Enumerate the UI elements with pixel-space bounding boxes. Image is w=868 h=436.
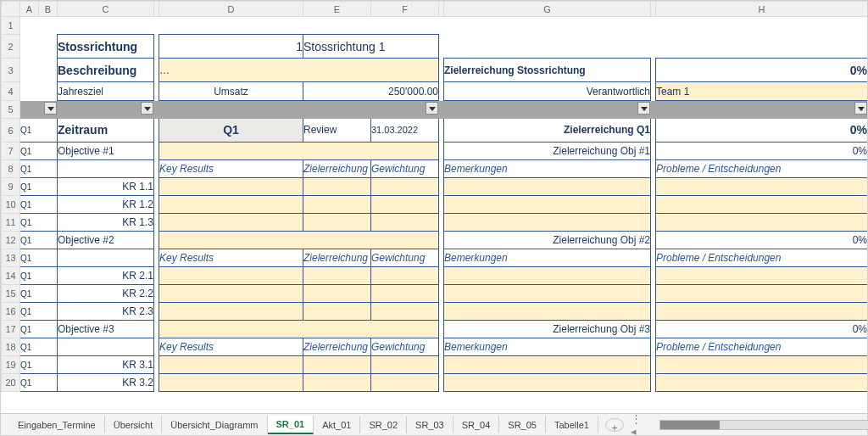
row-16[interactable]: 16 — [2, 303, 20, 321]
col-C[interactable]: C — [58, 2, 154, 17]
row-9[interactable]: 9 — [2, 178, 20, 196]
q-col[interactable]: Q1 — [20, 178, 58, 196]
scrollbar-thumb[interactable] — [660, 421, 720, 429]
q-col[interactable]: Q1 — [20, 196, 58, 214]
kr-input[interactable] — [444, 214, 651, 232]
kr-input[interactable] — [444, 374, 651, 392]
kr-input[interactable] — [371, 178, 439, 196]
stossrichtung-name[interactable]: Stossrichtung 1 — [303, 35, 439, 59]
row-11[interactable]: 11 — [2, 214, 20, 232]
kr-input[interactable] — [303, 196, 371, 214]
kr-input[interactable] — [371, 356, 439, 374]
q-col[interactable]: Q1 — [20, 143, 58, 160]
tab-akt01[interactable]: Akt_01 — [314, 416, 360, 433]
q-col[interactable]: Q1 — [20, 285, 58, 303]
kr-label[interactable]: KR 1.3 — [58, 214, 154, 232]
horizontal-scrollbar[interactable] — [659, 420, 868, 430]
objective-title[interactable]: Objective #2 — [58, 232, 154, 249]
row-14[interactable]: 14 — [2, 267, 20, 285]
kr-input[interactable] — [159, 303, 303, 321]
kr-input[interactable] — [444, 356, 651, 374]
col-F[interactable]: F — [371, 2, 439, 17]
objective-ziel-val[interactable]: 0% — [656, 321, 868, 338]
kr-input[interactable] — [444, 285, 651, 303]
tab-eingaben[interactable]: Eingaben_Termine — [9, 416, 105, 433]
objective-input[interactable] — [159, 232, 439, 249]
kr-label[interactable]: KR 2.2 — [58, 285, 154, 303]
row-3[interactable]: 3 — [2, 59, 20, 82]
zeitraum-label[interactable]: Zeitraum — [58, 119, 154, 143]
objective-ziel-val[interactable]: 0% — [656, 232, 868, 249]
umsatz-label[interactable]: Umsatz — [159, 82, 303, 101]
tab-sr01[interactable]: SR_01 — [268, 416, 314, 434]
kr-input[interactable] — [656, 303, 868, 321]
kr-input[interactable] — [371, 267, 439, 285]
kr-label[interactable]: KR 1.2 — [58, 196, 154, 214]
col-B[interactable]: B — [39, 2, 58, 17]
objective-title[interactable]: Objective #3 — [58, 321, 154, 338]
row-6[interactable]: 6 — [2, 119, 20, 143]
row-8[interactable]: 8 — [2, 160, 20, 178]
q-col[interactable]: Q1 — [20, 249, 58, 267]
row-13[interactable]: 13 — [2, 249, 20, 267]
q-col[interactable]: Q1 — [20, 356, 58, 374]
col-A[interactable]: A — [20, 2, 39, 17]
review-label[interactable]: Review — [303, 119, 371, 143]
col-D[interactable]: D — [159, 2, 303, 17]
row-19[interactable]: 19 — [2, 356, 20, 374]
row-15[interactable]: 15 — [2, 285, 20, 303]
q-col[interactable]: Q1 — [20, 160, 58, 178]
kr-input[interactable] — [303, 214, 371, 232]
kr-input[interactable] — [303, 285, 371, 303]
row-4[interactable]: 4 — [2, 82, 20, 101]
kr-label[interactable]: KR 2.1 — [58, 267, 154, 285]
kr-input[interactable] — [656, 374, 868, 392]
q-col[interactable]: Q1 — [20, 303, 58, 321]
row-18[interactable]: 18 — [2, 338, 20, 356]
kr-input[interactable] — [159, 178, 303, 196]
tab-nav-dots-icon[interactable]: ⋮ ◂ — [631, 412, 654, 437]
kr-input[interactable] — [371, 214, 439, 232]
q-col[interactable]: Q1 — [20, 267, 58, 285]
filter-icon[interactable] — [141, 102, 153, 115]
review-date[interactable]: 31.03.2022 — [371, 119, 439, 143]
row-1[interactable]: 1 — [2, 17, 20, 35]
kr-input[interactable] — [371, 303, 439, 321]
filter-icon[interactable] — [44, 102, 57, 115]
kr-input[interactable] — [303, 356, 371, 374]
quarter-val[interactable]: Q1 — [159, 119, 303, 143]
blank-cell[interactable] — [58, 160, 154, 178]
q-col[interactable]: Q1 — [20, 321, 58, 338]
beschreibung-val[interactable]: … — [159, 59, 439, 82]
filter-icon[interactable] — [854, 102, 867, 115]
kr-input[interactable] — [444, 196, 651, 214]
grid-area[interactable]: A B C D E F G H 1 2 Stossrichtung — [1, 1, 867, 413]
kr-input[interactable] — [303, 267, 371, 285]
row-17[interactable]: 17 — [2, 321, 20, 338]
stossrichtung-num[interactable]: 1 — [159, 35, 303, 59]
kr-input[interactable] — [444, 178, 651, 196]
team-val[interactable]: Team 1 — [656, 82, 868, 101]
kr-input[interactable] — [371, 285, 439, 303]
ziel-sr-val[interactable]: 0% — [656, 59, 868, 82]
umsatz-val[interactable]: 250'000.00 — [303, 82, 439, 101]
kr-input[interactable] — [159, 196, 303, 214]
sheet-table[interactable]: A B C D E F G H 1 2 Stossrichtung — [1, 1, 867, 392]
kr-label[interactable]: KR 2.3 — [58, 303, 154, 321]
kr-input[interactable] — [159, 214, 303, 232]
kr-input[interactable] — [371, 196, 439, 214]
objective-ziel-label[interactable]: Zielerreichung Obj #3 — [444, 321, 651, 338]
kr-label[interactable]: KR 3.1 — [58, 356, 154, 374]
row-5[interactable]: 5 — [2, 101, 20, 119]
column-header-row[interactable]: A B C D E F G H — [2, 2, 868, 17]
tab-sr03[interactable]: SR_03 — [407, 416, 453, 433]
q-col[interactable]: Q1 — [20, 374, 58, 392]
q-col[interactable]: Q1 — [20, 232, 58, 249]
objective-input[interactable] — [159, 143, 439, 160]
row-7[interactable]: 7 — [2, 143, 20, 160]
col-H[interactable]: H — [656, 2, 868, 17]
kr-input[interactable] — [656, 214, 868, 232]
blank-cell[interactable] — [58, 338, 154, 356]
objective-title[interactable]: Objective #1 — [58, 143, 154, 160]
filter-icon[interactable] — [426, 102, 438, 115]
